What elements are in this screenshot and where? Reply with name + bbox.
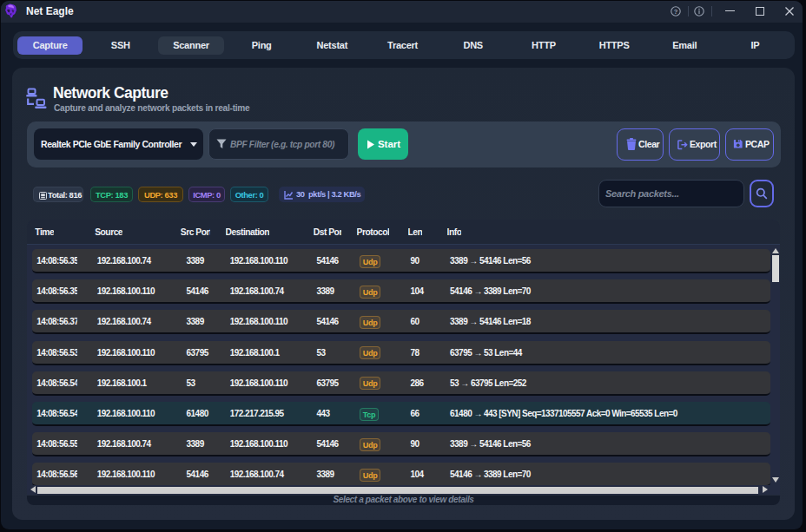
- svg-text:?: ?: [674, 8, 678, 16]
